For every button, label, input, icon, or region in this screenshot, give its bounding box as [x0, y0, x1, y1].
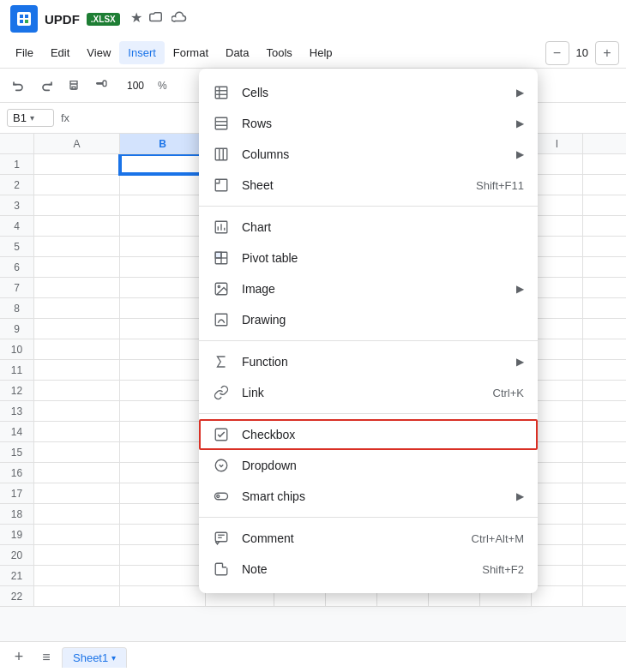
sheet-menu-button[interactable]: ≡ — [34, 645, 58, 669]
col-header-a[interactable]: A — [34, 134, 120, 153]
cell-b7[interactable] — [120, 278, 206, 297]
cell-i9[interactable] — [532, 319, 583, 339]
cell-a6[interactable] — [34, 257, 120, 277]
col-header-b[interactable]: B — [120, 134, 206, 153]
menu-item-rows[interactable]: Rows ▶ — [199, 108, 538, 139]
cell-a12[interactable] — [34, 381, 120, 400]
cell-a14[interactable] — [34, 422, 120, 441]
cell-a2[interactable] — [34, 175, 120, 195]
menu-file[interactable]: File — [7, 41, 42, 64]
cell-b9[interactable] — [120, 319, 206, 339]
zoom-decrease-button[interactable]: − — [545, 41, 569, 65]
zoom-increase-button[interactable]: + — [595, 41, 619, 65]
cell-a16[interactable] — [34, 463, 120, 483]
col-header-i[interactable]: I — [532, 134, 583, 153]
cell-i3[interactable] — [532, 195, 583, 215]
cell-i1[interactable] — [532, 154, 583, 174]
cell-b2[interactable] — [120, 175, 206, 195]
cell-i20[interactable] — [532, 545, 583, 565]
cell-a13[interactable] — [34, 401, 120, 421]
cell-i5[interactable] — [532, 237, 583, 256]
menu-item-dropdown[interactable]: Dropdown — [199, 450, 538, 481]
cell-b6[interactable] — [120, 257, 206, 277]
folder-icon[interactable] — [149, 9, 165, 28]
cell-b5[interactable] — [120, 237, 206, 256]
cell-b14[interactable] — [120, 422, 206, 441]
cell-i8[interactable] — [532, 298, 583, 318]
cell-b4[interactable] — [120, 216, 206, 236]
cell-i7[interactable] — [532, 278, 583, 297]
cell-a17[interactable] — [34, 483, 120, 503]
cell-i13[interactable] — [532, 401, 583, 421]
cell-b8[interactable] — [120, 298, 206, 318]
cell-i2[interactable] — [532, 175, 583, 195]
cell-i10[interactable] — [532, 339, 583, 359]
cell-a15[interactable] — [34, 442, 120, 462]
cell-a5[interactable] — [34, 237, 120, 256]
cell-a1[interactable] — [34, 154, 120, 174]
redo-button[interactable] — [34, 74, 58, 98]
cell-i15[interactable] — [532, 442, 583, 462]
menu-item-columns[interactable]: Columns ▶ — [199, 139, 538, 170]
cell-b19[interactable] — [120, 525, 206, 544]
zoom-display[interactable]: 100 — [117, 77, 154, 94]
menu-format[interactable]: Format — [165, 41, 217, 64]
cell-a10[interactable] — [34, 339, 120, 359]
cell-b11[interactable] — [120, 360, 206, 380]
cell-a22[interactable] — [34, 586, 120, 606]
cell-i16[interactable] — [532, 463, 583, 483]
cell-a21[interactable] — [34, 566, 120, 585]
menu-data[interactable]: Data — [217, 41, 257, 64]
menu-item-comment[interactable]: Comment Ctrl+Alt+M — [199, 523, 538, 554]
menu-item-checkbox[interactable]: Checkbox — [199, 419, 538, 450]
cell-i6[interactable] — [532, 257, 583, 277]
menu-item-note[interactable]: Note Shift+F2 — [199, 554, 538, 585]
cell-b15[interactable] — [120, 442, 206, 462]
cell-a3[interactable] — [34, 195, 120, 215]
menu-item-cells[interactable]: Cells ▶ — [199, 77, 538, 108]
star-icon[interactable]: ★ — [130, 9, 142, 28]
print-button[interactable] — [62, 74, 86, 98]
cell-i18[interactable] — [532, 504, 583, 524]
cell-b12[interactable] — [120, 381, 206, 400]
menu-item-drawing[interactable]: Drawing — [199, 304, 538, 335]
cell-b16[interactable] — [120, 463, 206, 483]
menu-item-chart[interactable]: Chart — [199, 212, 538, 243]
menu-edit[interactable]: Edit — [42, 41, 78, 64]
menu-item-smart-chips[interactable]: Smart chips ▶ — [199, 481, 538, 512]
menu-item-image[interactable]: Image ▶ — [199, 273, 538, 304]
cell-a9[interactable] — [34, 319, 120, 339]
menu-item-link[interactable]: Link Ctrl+K — [199, 377, 538, 408]
menu-insert[interactable]: Insert — [119, 41, 165, 64]
cell-b21[interactable] — [120, 566, 206, 585]
cell-i12[interactable] — [532, 381, 583, 400]
cell-i19[interactable] — [532, 525, 583, 544]
menu-item-sheet[interactable]: Sheet Shift+F11 — [199, 170, 538, 201]
cell-i21[interactable] — [532, 566, 583, 585]
cell-b20[interactable] — [120, 545, 206, 565]
cloud-icon[interactable] — [172, 9, 187, 28]
cell-a19[interactable] — [34, 525, 120, 544]
menu-tools[interactable]: Tools — [257, 41, 300, 64]
cell-i14[interactable] — [532, 422, 583, 441]
menu-view[interactable]: View — [78, 41, 119, 64]
cell-i17[interactable] — [532, 483, 583, 503]
cell-b17[interactable] — [120, 483, 206, 503]
cell-a8[interactable] — [34, 298, 120, 318]
cell-a11[interactable] — [34, 360, 120, 380]
undo-button[interactable] — [7, 74, 31, 98]
cell-b18[interactable] — [120, 504, 206, 524]
menu-item-function[interactable]: Function ▶ — [199, 346, 538, 377]
cell-reference[interactable]: B1 ▾ — [7, 109, 54, 127]
cell-a20[interactable] — [34, 545, 120, 565]
cell-b22[interactable] — [120, 586, 206, 606]
cell-i4[interactable] — [532, 216, 583, 236]
paint-format-button[interactable] — [89, 74, 113, 98]
add-sheet-button[interactable]: + — [7, 645, 31, 669]
cell-b13[interactable] — [120, 401, 206, 421]
cell-b3[interactable] — [120, 195, 206, 215]
cell-a18[interactable] — [34, 504, 120, 524]
cell-a7[interactable] — [34, 278, 120, 297]
sheet-tab-sheet1[interactable]: Sheet1 ▾ — [62, 647, 127, 668]
menu-help[interactable]: Help — [301, 41, 341, 64]
